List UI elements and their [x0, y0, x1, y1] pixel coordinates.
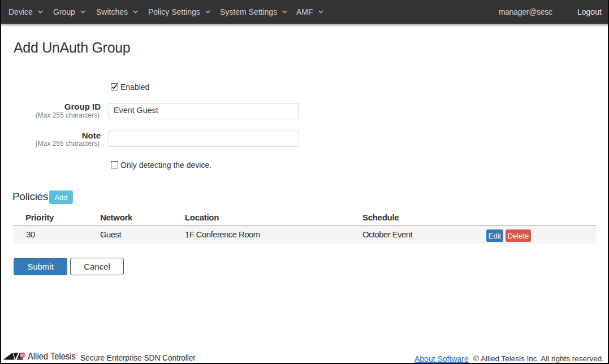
- svg-text:Allied Telesis: Allied Telesis: [28, 351, 76, 362]
